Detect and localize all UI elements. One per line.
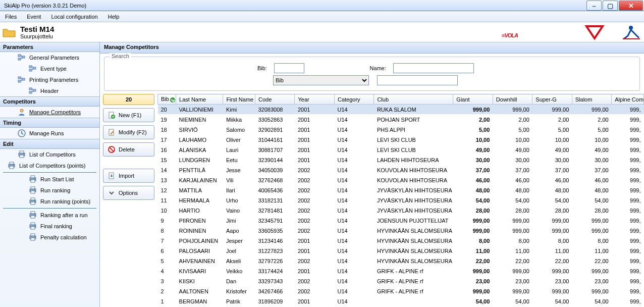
sidebar-item-manage-competitors[interactable]: Manage Competitors bbox=[0, 107, 99, 118]
table-row[interactable]: 9PIIRONENJimi323457912002U14JOENSUUN PUJ… bbox=[158, 216, 644, 226]
cell-ac: 999, bbox=[612, 155, 644, 165]
table-row[interactable]: 11HERMAALAUrho331821312002U14JYVÄSKYLÄN … bbox=[158, 195, 644, 206]
table-row[interactable]: 2AALTONENKristofer342674662002U14GRIFK -… bbox=[158, 286, 644, 296]
cell-club: KOUVOLAN HIIHTOSEURA bbox=[374, 175, 453, 185]
sidebar-item-list-of-competitors[interactable]: List of Competitors bbox=[0, 149, 99, 160]
event-subtitle: Suurpujottelu bbox=[20, 33, 54, 39]
competitor-count: 20 bbox=[103, 94, 154, 105]
sidebar: ParametersGeneral ParametersEvent typePr… bbox=[0, 42, 100, 307]
svg-rect-3 bbox=[18, 58, 21, 60]
cell-yr: 2001 bbox=[295, 105, 334, 115]
cell-club: GRIFK - ALPINE rf bbox=[374, 276, 453, 286]
sidebar-item-label: Run Start List bbox=[40, 176, 74, 182]
cell-d: 11,00 bbox=[493, 246, 532, 256]
table-row[interactable]: 15LUNDGRENEetu323901442001U14LAHDEN HIIH… bbox=[158, 155, 644, 165]
delete-label: Delete bbox=[119, 146, 135, 152]
table-row[interactable]: 14PENTTILÄJesse340500392002U14KOUVOLAN H… bbox=[158, 165, 644, 175]
cell-cat: U14 bbox=[334, 175, 373, 185]
menu-local-configuration[interactable]: Local configuration bbox=[46, 14, 102, 20]
import-button[interactable]: Import bbox=[103, 169, 154, 183]
cell-bib: 20 bbox=[158, 105, 176, 115]
col-first-name[interactable]: First Name bbox=[223, 94, 255, 105]
col-slalom[interactable]: Slalom bbox=[572, 94, 611, 105]
sidebar-item-general-parameters[interactable]: General Parameters bbox=[0, 52, 99, 63]
sidebar-item-header[interactable]: Header bbox=[0, 85, 99, 96]
menu-event[interactable]: Event bbox=[22, 14, 46, 20]
window-minimize-button[interactable]: – bbox=[586, 1, 602, 11]
sidebar-item-penalty-calculation[interactable]: Penalty calculation bbox=[0, 232, 99, 243]
sidebar-item-run-ranking[interactable]: Run ranking bbox=[0, 185, 99, 196]
cell-club: POHJAN SPORT bbox=[374, 115, 453, 125]
table-row[interactable]: 1BERGMANPatrik318962092001U1454,0054,005… bbox=[158, 296, 644, 306]
new-icon bbox=[108, 111, 116, 119]
table-row[interactable]: 13KARJALAINENVili327624682002U14KOUVOLAN… bbox=[158, 175, 644, 185]
cell-d: 999,00 bbox=[493, 226, 532, 236]
table-row[interactable]: 3KIISKIDan332973432002U14GRIFK - ALPINE … bbox=[158, 276, 644, 286]
table-row[interactable]: 7POHJOLAINENJesper312341462001U14HYVINKÄ… bbox=[158, 236, 644, 246]
cell-yr: 2001 bbox=[295, 115, 334, 125]
sidebar-item-run-ranking-points-[interactable]: Run ranking (points) bbox=[0, 196, 99, 207]
sidebar-section-parameters[interactable]: Parameters bbox=[0, 42, 99, 52]
col-giant[interactable]: Giant bbox=[453, 94, 493, 105]
col-year[interactable]: Year bbox=[295, 94, 334, 105]
sidebar-item-run-start-list[interactable]: Run Start List bbox=[0, 174, 99, 185]
col-club[interactable]: Club bbox=[374, 94, 453, 105]
sidebar-item-list-of-competitors-points-[interactable]: List of Competitors (points) bbox=[0, 160, 99, 171]
cell-bib: 13 bbox=[158, 175, 176, 185]
cell-code: 33182131 bbox=[255, 195, 295, 206]
cell-cat: U14 bbox=[334, 145, 373, 155]
col-category[interactable]: Category bbox=[334, 94, 373, 105]
sidebar-item-final-ranking[interactable]: Final ranking bbox=[0, 221, 99, 232]
sidebar-item-event-type[interactable]: Event type bbox=[0, 63, 99, 74]
sidebar-item-printing-parameters[interactable]: Printing Parameters bbox=[0, 74, 99, 85]
col-downhill[interactable]: Downhill bbox=[493, 94, 532, 105]
sidebar-item-manage-runs[interactable]: Manage Runs bbox=[0, 128, 99, 139]
menu-help[interactable]: Help bbox=[103, 14, 125, 20]
search-field-select[interactable]: Bib bbox=[273, 75, 369, 85]
sidebar-section-edit[interactable]: Edit bbox=[0, 139, 99, 149]
search-value-input[interactable] bbox=[377, 75, 458, 85]
cell-ln: VALLIONIEMI bbox=[176, 105, 223, 115]
competitors-table-wrap[interactable]: BibLast NameFirst NameCodeYearCategoryCl… bbox=[157, 94, 644, 307]
table-row[interactable]: 19NIEMINENMiikka330528632001U14POHJAN SP… bbox=[158, 115, 644, 125]
table-row[interactable]: 6PALOSAARIJoel312278232001U14HYVINKÄÄN S… bbox=[158, 246, 644, 256]
table-row[interactable]: 12MATTILAIlari400654362002U14JYVÄSKYLÄN … bbox=[158, 185, 644, 195]
table-row[interactable]: 20VALLIONIEMIKimi320830082001U14RUKA SLA… bbox=[158, 105, 644, 115]
window-close-button[interactable]: ✕ bbox=[619, 1, 643, 11]
bib-input[interactable] bbox=[274, 63, 304, 73]
col-super-g[interactable]: Super-G bbox=[532, 94, 572, 105]
col-last-name[interactable]: Last Name bbox=[176, 94, 223, 105]
cell-g: 5,00 bbox=[453, 125, 493, 135]
name-input[interactable] bbox=[393, 63, 474, 73]
table-row[interactable]: 5AHVENAINENAkseli327972262002U14HYVINKÄÄ… bbox=[158, 256, 644, 266]
table-row[interactable]: 4KIVISAARIVeikko331744242001U14GRIFK - A… bbox=[158, 266, 644, 276]
cell-sl: 999,00 bbox=[572, 105, 611, 115]
window-maximize-button[interactable]: ▢ bbox=[603, 1, 618, 11]
sidebar-section-timing[interactable]: Timing bbox=[0, 118, 99, 128]
table-row[interactable]: 8ROININENAapo336059352002U14HYVINKÄÄN SL… bbox=[158, 226, 644, 236]
new-button[interactable]: New (F1) bbox=[103, 108, 154, 122]
cell-yr: 2002 bbox=[295, 286, 334, 296]
modify-button[interactable]: Modify (F2) bbox=[103, 125, 154, 139]
cell-yr: 2002 bbox=[295, 216, 334, 226]
options-button[interactable]: Options bbox=[103, 186, 154, 200]
table-row[interactable]: 17LAUHAMOOliver310441612001U14LEVI SKI C… bbox=[158, 135, 644, 145]
menu-files[interactable]: Files bbox=[0, 14, 22, 20]
cell-cat: U14 bbox=[334, 286, 373, 296]
cell-club: JOENSUUN PUJOTTELIJAT bbox=[374, 216, 453, 226]
table-row[interactable]: 16ALANISKALauri308817072001U14LEVI SKI C… bbox=[158, 145, 644, 155]
cell-code: 31227823 bbox=[255, 246, 295, 256]
col-bib[interactable]: Bib bbox=[158, 94, 176, 105]
sidebar-section-competitors[interactable]: Competitors bbox=[0, 96, 99, 107]
col-code[interactable]: Code bbox=[255, 94, 295, 105]
col-alpine-coml[interactable]: Alpine Coml bbox=[612, 94, 644, 105]
cell-ln: LAUHAMO bbox=[176, 135, 223, 145]
sidebar-item-ranking-after-a-run[interactable]: Ranking after a run bbox=[0, 210, 99, 221]
cell-club: RUKA SLALOM bbox=[374, 105, 453, 115]
table-row[interactable]: 18SIRVIÖSalomo329028912001U14PHS ALPPI5,… bbox=[158, 125, 644, 135]
delete-button[interactable]: Delete bbox=[103, 142, 154, 157]
table-row[interactable]: 10HARTIOVaino327814812002U14JYVÄSKYLÄN H… bbox=[158, 206, 644, 216]
cell-ac: 999, bbox=[612, 135, 644, 145]
svg-rect-30 bbox=[31, 191, 35, 193]
cell-s: 999,00 bbox=[532, 105, 572, 115]
